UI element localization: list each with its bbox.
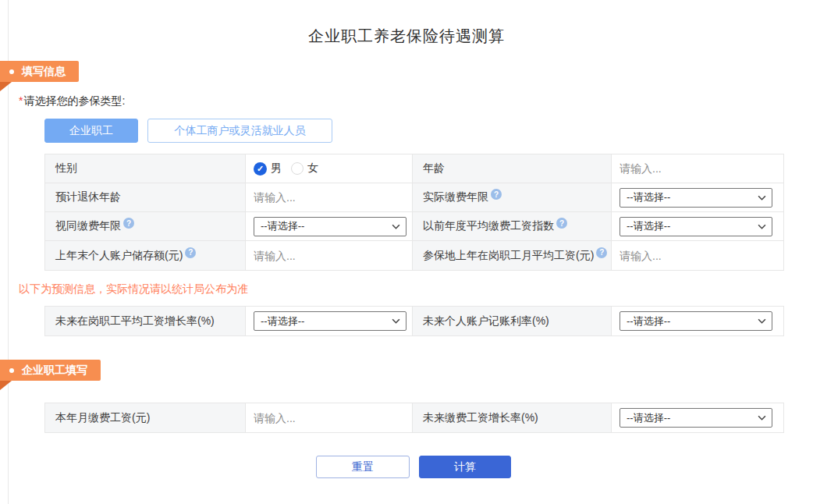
type-button-enterprise[interactable]: 企业职工 [44, 119, 138, 143]
future-payment-growth-select[interactable]: --请选择-- [620, 408, 772, 428]
help-icon[interactable]: ? [185, 247, 196, 258]
future-wage-growth-label: 未来在岗职工平均工资增长率(%) [45, 307, 246, 335]
chevron-down-icon [392, 318, 400, 324]
insured-type-label: *请选择您的参保类型: [19, 94, 125, 108]
local-avg-monthly-wage-label: 参保地上年在岗职工月平均工资(元)? [413, 241, 612, 270]
bullet-icon [9, 69, 14, 74]
section-badge-label: 企业职工填写 [22, 364, 87, 378]
age-input[interactable] [620, 162, 767, 175]
section-badge-fill-info: 填写信息 [0, 61, 79, 82]
previous-avg-wage-index-label-text: 以前年度平均缴费工资指数 [423, 219, 554, 233]
future-payment-growth-cell: --请选择-- [612, 403, 783, 432]
help-icon[interactable]: ? [491, 189, 502, 200]
future-payment-growth-label: 未来缴费工资增长率(%) [413, 403, 612, 432]
local-avg-monthly-wage-label-text: 参保地上年在岗职工月平均工资(元) [423, 249, 594, 263]
expected-retirement-age-input[interactable] [254, 191, 396, 204]
ribbon-fold [0, 82, 12, 91]
radio-unchecked-icon [291, 162, 304, 175]
local-avg-monthly-wage-cell [612, 241, 783, 270]
future-account-rate-label: 未来个人账户记账利率(%) [413, 307, 612, 335]
radio-checked-icon: ✓ [254, 162, 267, 176]
previous-avg-wage-index-label: 以前年度平均缴费工资指数? [413, 212, 612, 241]
select-value: --请选择-- [627, 219, 670, 233]
reset-button[interactable]: 重置 [316, 456, 410, 478]
prediction-table: 未来在岗职工平均工资增长率(%) --请选择-- 未来个人账户记账利率(%) -… [44, 306, 784, 336]
select-value: --请选择-- [627, 411, 670, 425]
future-wage-growth-cell: --请选择-- [246, 307, 413, 335]
insured-type-label-text: 请选择您的参保类型: [23, 94, 125, 107]
last-year-account-balance-label-text: 上年末个人账户储存额(元) [55, 249, 183, 263]
future-account-rate-cell: --请选择-- [612, 307, 783, 335]
expected-retirement-age-label: 预计退休年龄 [45, 183, 246, 212]
required-mark: * [19, 94, 23, 107]
last-year-account-balance-label: 上年末个人账户储存额(元)? [45, 241, 246, 270]
help-icon[interactable]: ? [123, 218, 134, 229]
select-value: --请选择-- [627, 314, 670, 328]
calculate-button[interactable]: 计算 [419, 456, 511, 478]
type-button-flexible[interactable]: 个体工商户或灵活就业人员 [147, 119, 332, 143]
help-icon[interactable]: ? [556, 218, 567, 229]
local-avg-monthly-wage-input[interactable] [620, 250, 767, 262]
last-year-account-balance-cell [246, 241, 413, 270]
chevron-down-icon [392, 224, 400, 229]
ribbon-fold [0, 381, 12, 390]
current-monthly-wage-label: 本年月缴费工资(元) [45, 403, 246, 432]
deemed-payment-years-label-text: 视同缴费年限 [55, 219, 121, 233]
deemed-payment-years-select[interactable]: --请选择-- [254, 217, 406, 236]
gender-male-radio[interactable]: ✓ 男 [254, 161, 282, 176]
actual-payment-years-select[interactable]: --请选择-- [620, 188, 772, 208]
actual-payment-years-cell: --请选择-- [612, 183, 783, 212]
actual-payment-years-label-text: 实际缴费年限 [423, 190, 488, 204]
deemed-payment-years-label: 视同缴费年限? [45, 212, 246, 241]
bullet-icon [9, 368, 14, 373]
insured-type-options: 企业职工 个体工商户或灵活就业人员 [44, 119, 332, 143]
chevron-down-icon [758, 318, 766, 324]
select-value: --请选择-- [261, 314, 304, 328]
employee-fill-table: 本年月缴费工资(元) 未来缴费工资增长率(%) --请选择-- [44, 403, 784, 433]
gender-label: 性别 [45, 154, 246, 183]
basic-info-table: 性别 ✓ 男 女 年龄 预计退休年龄 实际缴费年限? [44, 154, 784, 271]
age-cell [612, 154, 783, 183]
previous-avg-wage-index-cell: --请选择-- [612, 212, 783, 241]
help-icon[interactable]: ? [596, 247, 607, 258]
future-wage-growth-select[interactable]: --请选择-- [254, 311, 406, 331]
section-badge-label: 填写信息 [22, 65, 66, 79]
section-badge-employee-fill: 企业职工填写 [0, 360, 101, 381]
future-account-rate-select[interactable]: --请选择-- [620, 311, 772, 331]
page-title: 企业职工养老保险待遇测算 [0, 26, 813, 47]
current-monthly-wage-input[interactable] [254, 412, 396, 424]
pension-calculator-page: 企业职工养老保险待遇测算 填写信息 *请选择您的参保类型: 企业职工 个体工商户… [0, 0, 813, 504]
previous-avg-wage-index-select[interactable]: --请选择-- [620, 217, 772, 236]
age-label: 年龄 [413, 154, 612, 183]
gender-cell: ✓ 男 女 [246, 154, 413, 183]
footer-actions: 重置 计算 [316, 456, 511, 478]
chevron-down-icon [758, 195, 766, 201]
gender-female-radio[interactable]: 女 [291, 161, 318, 176]
last-year-account-balance-input[interactable] [254, 250, 396, 262]
select-value: --请选择-- [627, 190, 670, 204]
current-monthly-wage-cell [246, 403, 413, 432]
check-icon: ✓ [257, 164, 264, 174]
prediction-notice: 以下为预测信息，实际情况请以统计局公布为准 [19, 282, 248, 296]
gender-male-label: 男 [271, 161, 282, 176]
chevron-down-icon [758, 224, 766, 229]
chevron-down-icon [758, 415, 766, 421]
deemed-payment-years-cell: --请选择-- [246, 212, 413, 241]
gender-female-label: 女 [307, 161, 318, 176]
actual-payment-years-label: 实际缴费年限? [413, 183, 612, 212]
select-value: --请选择-- [261, 219, 304, 233]
expected-retirement-age-cell [246, 183, 413, 212]
